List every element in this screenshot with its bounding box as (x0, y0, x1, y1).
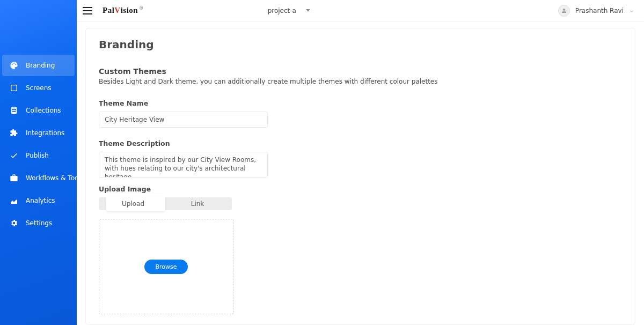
sidebar-item-integrations[interactable]: Integrations (2, 122, 75, 144)
sidebar-item-label: Integrations (26, 129, 64, 137)
sidebar-item-branding[interactable]: Branding (2, 55, 75, 76)
toolbox-icon (10, 174, 18, 182)
panel: Branding Custom Themes Besides Light and… (85, 28, 635, 325)
main: Branding Custom Themes Besides Light and… (77, 21, 644, 325)
theme-description-label: Theme Description (99, 139, 622, 147)
sidebar-item-label: Settings (26, 219, 52, 227)
tab-link[interactable]: Link (165, 197, 230, 210)
sidebar-item-label: Branding (26, 62, 55, 69)
sidebar-item-collections[interactable]: Collections (2, 100, 75, 121)
sidebar-item-label: Analytics (26, 197, 55, 204)
chart-icon (10, 196, 18, 205)
avatar-icon (558, 5, 570, 17)
theme-name-input[interactable] (99, 112, 268, 128)
chevron-down-icon (629, 8, 634, 13)
project-name: project-a (268, 7, 296, 14)
user-menu[interactable]: Prashanth Ravi (558, 5, 634, 17)
palette-icon (10, 61, 18, 70)
sidebar-item-screens[interactable]: Screens (2, 77, 75, 99)
page-title: Branding (99, 38, 622, 51)
sidebar-item-publish[interactable]: Publish (2, 145, 75, 166)
section-description: Besides Light and Dark theme, you can ad… (99, 78, 622, 85)
project-selector[interactable]: project-a (268, 7, 310, 14)
theme-name-label: Theme Name (99, 99, 622, 107)
sidebar-item-analytics[interactable]: Analytics (2, 190, 75, 211)
theme-description-input[interactable]: This theme is inspired by our City View … (99, 152, 268, 178)
tablet-icon (10, 84, 18, 92)
sidebar-item-workflows[interactable]: Workflows & Tools (2, 167, 75, 189)
logo: PalVision® (103, 6, 144, 15)
user-name: Prashanth Ravi (575, 7, 624, 14)
upload-image-label: Upload Image (99, 185, 622, 193)
sidebar: Branding Screens Collections Integration… (0, 0, 77, 325)
sidebar-item-label: Collections (26, 107, 61, 114)
puzzle-icon (10, 129, 18, 137)
check-icon (10, 151, 18, 160)
menu-icon[interactable] (82, 5, 93, 16)
sidebar-item-label: Publish (26, 152, 49, 159)
tab-upload[interactable]: Upload (101, 197, 165, 210)
section-title: Custom Themes (99, 67, 622, 76)
sidebar-item-settings[interactable]: Settings (2, 212, 75, 234)
gear-icon (10, 219, 18, 227)
browse-button[interactable]: Browse (144, 260, 187, 274)
chevron-down-icon (306, 9, 310, 12)
sidebar-item-label: Screens (26, 84, 52, 92)
database-icon (10, 106, 18, 115)
sidebar-item-label: Workflows & Tools (26, 174, 84, 182)
upload-dropzone[interactable]: Browse (99, 219, 233, 314)
topbar: PalVision® project-a Prashanth Ravi (77, 0, 644, 21)
upload-mode-toggle: Upload Link (99, 197, 232, 210)
